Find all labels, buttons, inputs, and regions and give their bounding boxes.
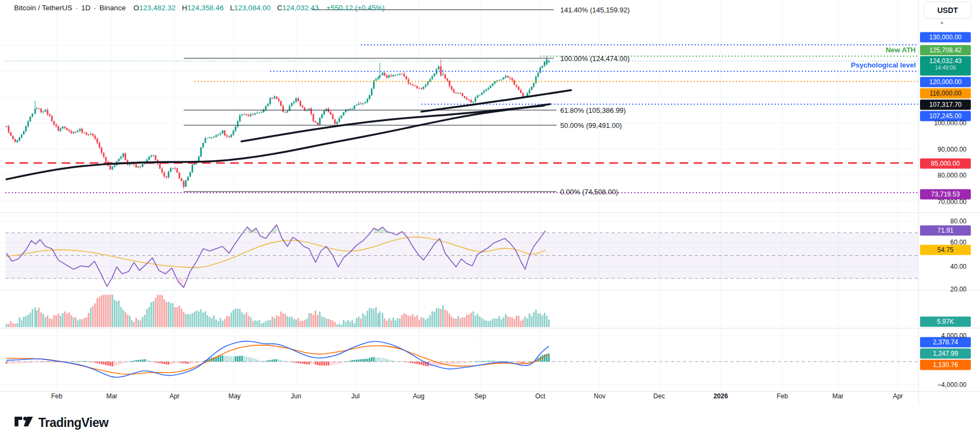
price-axis-tick: 80.00 — [920, 216, 971, 227]
price-axis-tick: 100,000.00 — [920, 118, 971, 128]
price-axis-label: 71.91 — [920, 226, 971, 236]
price-axis-label: 1,247.99 — [920, 349, 971, 359]
change-value: +550.12 (+0.45%) — [326, 4, 385, 12]
price-axis-tick: 4,000.00 — [920, 331, 971, 341]
price-axis-tick: 80,000.00 — [920, 171, 971, 181]
price-axis-label: 124,032.4314:49:06 — [920, 56, 971, 76]
symbol-name[interactable]: Bitcoin / TetherUS — [14, 4, 72, 12]
open-label: O — [133, 4, 139, 12]
time-axis-tick: Apr — [893, 392, 903, 400]
price-axis-label: 125,708.42 — [920, 45, 971, 56]
time-axis-tick: Oct — [535, 392, 546, 400]
new-ath-annotation: New ATH — [885, 46, 916, 54]
price-axis-tick: 90,000.00 — [920, 145, 971, 155]
time-axis-tick: Sep — [474, 392, 486, 400]
fib-level-label[interactable]: 100.00% (124,474.00) — [560, 55, 630, 63]
fib-level-label[interactable]: 50.00% (99,491.00) — [560, 121, 622, 130]
close-label: C — [277, 4, 283, 12]
chart-canvas[interactable] — [0, 0, 980, 448]
open-value: 123,482.32 — [139, 4, 176, 12]
time-axis-tick: Feb — [777, 392, 788, 400]
time-axis-tick: Aug — [413, 392, 424, 400]
time-axis-tick: Feb — [51, 392, 63, 400]
price-axis-label: 1,130.76 — [920, 360, 971, 370]
time-axis-tick: Mar — [833, 392, 844, 400]
price-axis-tick: 20.00 — [920, 284, 971, 295]
exchange-label[interactable]: Binance — [99, 4, 126, 12]
psychological-level-annotation: Psychological level — [851, 61, 916, 69]
fib-level-label[interactable]: 0.00% (74,508.00) — [560, 188, 618, 196]
price-axis-label: 85,000.00 — [920, 159, 971, 169]
tradingview-logo-icon — [14, 416, 33, 430]
price-axis-tick: 60.00 — [920, 237, 971, 248]
fib-level-label[interactable]: 61.80% (105,386.99) — [560, 106, 626, 114]
interval-label[interactable]: 1D — [81, 4, 90, 12]
time-axis-tick: Jul — [351, 392, 359, 400]
price-axis-label: 5.97K — [920, 317, 971, 327]
time-axis-tick: Nov — [594, 392, 605, 400]
separator-dot: · — [94, 4, 97, 12]
tradingview-chart-window: Bitcoin / TetherUS · 1D · Binance O123,4… — [0, 0, 980, 448]
chevron-up-icon[interactable]: ▲ — [939, 19, 944, 25]
close-value: 124,032.43 — [282, 4, 319, 12]
price-axis-tick: 40.00 — [920, 262, 971, 272]
price-axis-tick: 70,000.00 — [920, 197, 971, 207]
low-value: 123,084.00 — [234, 4, 271, 12]
time-axis-tick: Jun — [291, 392, 301, 400]
price-axis-tick: −4,000.00 — [920, 380, 971, 390]
price-axis-label: 107,317.70 — [920, 100, 971, 110]
high-value: 124,358.46 — [187, 4, 224, 12]
ohlc-readout: O123,482.32 H124,358.46 L123,084.00 C124… — [129, 4, 319, 12]
time-axis-tick: Mar — [106, 392, 118, 400]
price-axis-label: 116,000.00 — [920, 89, 971, 99]
price-axis-label: 120,000.00 — [920, 77, 971, 87]
price-axis-label: 130,000.00 — [920, 32, 971, 43]
fib-level-label[interactable]: 141.40% (145,159.92) — [560, 6, 630, 14]
time-axis-tick: 2026 — [714, 392, 728, 400]
tradingview-logo-text: TradingView — [38, 416, 109, 430]
tradingview-logo[interactable]: TradingView — [14, 416, 109, 430]
time-axis-tick: Dec — [653, 392, 664, 400]
time-axis-tick: Apr — [170, 392, 180, 400]
time-axis-tick: May — [229, 392, 241, 400]
currency-toggle-button[interactable]: USDT — [924, 2, 971, 19]
countdown-timer: 14:49:06 — [920, 65, 971, 71]
symbol-header[interactable]: Bitcoin / TetherUS · 1D · Binance O123,4… — [14, 4, 385, 12]
separator-dot: · — [76, 4, 78, 12]
